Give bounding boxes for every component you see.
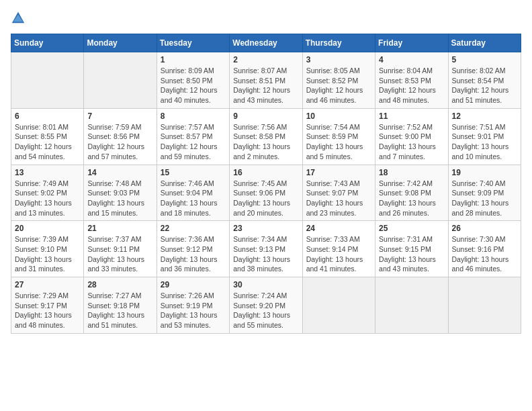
calendar-cell: 15Sunrise: 7:46 AMSunset: 9:04 PMDayligh… [157, 165, 229, 221]
day-number: 6 [15, 111, 80, 121]
day-info: Sunrise: 7:56 AMSunset: 8:58 PMDaylight:… [233, 122, 298, 162]
day-number: 15 [161, 168, 226, 177]
calendar-cell: 30Sunrise: 7:24 AMSunset: 9:20 PMDayligh… [230, 277, 302, 334]
calendar-week-row: 20Sunrise: 7:39 AMSunset: 9:10 PMDayligh… [11, 221, 521, 277]
day-info: Sunrise: 7:52 AMSunset: 9:00 PMDaylight:… [379, 122, 444, 162]
calendar-cell: 16Sunrise: 7:45 AMSunset: 9:06 PMDayligh… [230, 165, 302, 221]
svg-marker-1 [13, 15, 24, 22]
day-info: Sunrise: 7:33 AMSunset: 9:14 PMDaylight:… [306, 234, 371, 274]
calendar-cell: 25Sunrise: 7:31 AMSunset: 9:15 PMDayligh… [375, 221, 448, 277]
calendar-cell: 14Sunrise: 7:48 AMSunset: 9:03 PMDayligh… [84, 165, 157, 221]
day-number: 24 [306, 224, 371, 233]
weekday-header: Thursday [302, 34, 375, 52]
calendar-cell: 22Sunrise: 7:36 AMSunset: 9:12 PMDayligh… [157, 221, 229, 277]
calendar-cell [448, 277, 521, 334]
day-number: 18 [379, 168, 444, 177]
day-number: 23 [233, 224, 298, 233]
calendar-cell: 10Sunrise: 7:54 AMSunset: 8:59 PMDayligh… [302, 108, 375, 165]
calendar-cell: 1Sunrise: 8:09 AMSunset: 8:50 PMDaylight… [157, 52, 229, 109]
logo [11, 11, 28, 28]
day-number: 25 [379, 224, 444, 233]
day-info: Sunrise: 7:46 AMSunset: 9:04 PMDaylight:… [161, 179, 226, 218]
day-info: Sunrise: 8:02 AMSunset: 8:54 PMDaylight:… [452, 66, 517, 105]
day-number: 10 [306, 111, 371, 121]
day-number: 7 [87, 111, 152, 121]
day-info: Sunrise: 8:05 AMSunset: 8:52 PMDaylight:… [306, 66, 371, 105]
day-number: 3 [306, 55, 371, 64]
calendar-cell: 2Sunrise: 8:07 AMSunset: 8:51 PMDaylight… [230, 52, 302, 109]
calendar-cell: 6Sunrise: 8:01 AMSunset: 8:55 PMDaylight… [11, 108, 84, 165]
day-number: 14 [87, 168, 152, 177]
day-info: Sunrise: 7:24 AMSunset: 9:20 PMDaylight:… [233, 291, 298, 330]
calendar-cell: 9Sunrise: 7:56 AMSunset: 8:58 PMDaylight… [230, 108, 302, 165]
calendar-cell: 11Sunrise: 7:52 AMSunset: 9:00 PMDayligh… [375, 108, 448, 165]
day-info: Sunrise: 8:07 AMSunset: 8:51 PMDaylight:… [233, 66, 298, 105]
calendar-cell: 8Sunrise: 7:57 AMSunset: 8:57 PMDaylight… [157, 108, 229, 165]
day-number: 4 [379, 55, 444, 64]
calendar-cell: 26Sunrise: 7:30 AMSunset: 9:16 PMDayligh… [448, 221, 521, 277]
weekday-header: Sunday [11, 34, 84, 52]
day-number: 11 [379, 111, 444, 121]
day-info: Sunrise: 7:30 AMSunset: 9:16 PMDaylight:… [452, 234, 517, 274]
day-number: 16 [233, 168, 298, 177]
calendar-cell: 5Sunrise: 8:02 AMSunset: 8:54 PMDaylight… [448, 52, 521, 109]
weekday-header: Saturday [448, 34, 521, 52]
calendar-cell [11, 52, 84, 109]
day-info: Sunrise: 7:27 AMSunset: 9:18 PMDaylight:… [87, 291, 152, 330]
day-info: Sunrise: 7:40 AMSunset: 9:09 PMDaylight:… [452, 179, 517, 218]
day-info: Sunrise: 7:39 AMSunset: 9:10 PMDaylight:… [15, 234, 80, 274]
day-number: 8 [161, 111, 226, 121]
day-number: 27 [15, 280, 80, 289]
day-info: Sunrise: 7:42 AMSunset: 9:08 PMDaylight:… [379, 179, 444, 218]
calendar-week-row: 1Sunrise: 8:09 AMSunset: 8:50 PMDaylight… [11, 52, 521, 109]
day-number: 22 [161, 224, 226, 233]
day-info: Sunrise: 7:54 AMSunset: 8:59 PMDaylight:… [306, 122, 371, 162]
day-info: Sunrise: 7:59 AMSunset: 8:56 PMDaylight:… [87, 122, 152, 162]
calendar-cell: 21Sunrise: 7:37 AMSunset: 9:11 PMDayligh… [84, 221, 157, 277]
calendar-cell: 18Sunrise: 7:42 AMSunset: 9:08 PMDayligh… [375, 165, 448, 221]
day-info: Sunrise: 7:37 AMSunset: 9:11 PMDaylight:… [87, 234, 152, 274]
day-info: Sunrise: 7:51 AMSunset: 9:01 PMDaylight:… [452, 122, 517, 162]
calendar-cell: 28Sunrise: 7:27 AMSunset: 9:18 PMDayligh… [84, 277, 157, 334]
day-info: Sunrise: 7:36 AMSunset: 9:12 PMDaylight:… [161, 234, 226, 274]
day-info: Sunrise: 8:09 AMSunset: 8:50 PMDaylight:… [161, 66, 226, 105]
day-number: 13 [15, 168, 80, 177]
day-number: 5 [452, 55, 517, 64]
day-info: Sunrise: 7:26 AMSunset: 9:19 PMDaylight:… [161, 291, 226, 330]
day-info: Sunrise: 7:57 AMSunset: 8:57 PMDaylight:… [161, 122, 226, 162]
calendar-cell: 4Sunrise: 8:04 AMSunset: 8:53 PMDaylight… [375, 52, 448, 109]
day-info: Sunrise: 7:48 AMSunset: 9:03 PMDaylight:… [87, 179, 152, 218]
day-number: 9 [233, 111, 298, 121]
logo-icon [11, 11, 26, 28]
weekday-header: Friday [375, 34, 448, 52]
calendar-cell: 24Sunrise: 7:33 AMSunset: 9:14 PMDayligh… [302, 221, 375, 277]
day-number: 12 [452, 111, 517, 121]
day-number: 30 [233, 280, 298, 289]
calendar-table: SundayMondayTuesdayWednesdayThursdayFrid… [11, 34, 521, 334]
calendar-week-row: 13Sunrise: 7:49 AMSunset: 9:02 PMDayligh… [11, 165, 521, 221]
day-info: Sunrise: 7:34 AMSunset: 9:13 PMDaylight:… [233, 234, 298, 274]
day-number: 28 [87, 280, 152, 289]
day-number: 1 [161, 55, 226, 64]
day-info: Sunrise: 8:01 AMSunset: 8:55 PMDaylight:… [15, 122, 80, 162]
day-info: Sunrise: 7:45 AMSunset: 9:06 PMDaylight:… [233, 179, 298, 218]
page-header [11, 11, 521, 28]
calendar-cell [302, 277, 375, 334]
calendar-cell: 3Sunrise: 8:05 AMSunset: 8:52 PMDaylight… [302, 52, 375, 109]
calendar-cell: 29Sunrise: 7:26 AMSunset: 9:19 PMDayligh… [157, 277, 229, 334]
day-number: 2 [233, 55, 298, 64]
day-number: 19 [452, 168, 517, 177]
day-number: 26 [452, 224, 517, 233]
calendar-cell: 27Sunrise: 7:29 AMSunset: 9:17 PMDayligh… [11, 277, 84, 334]
weekday-header: Tuesday [157, 34, 229, 52]
calendar-cell: 13Sunrise: 7:49 AMSunset: 9:02 PMDayligh… [11, 165, 84, 221]
day-info: Sunrise: 8:04 AMSunset: 8:53 PMDaylight:… [379, 66, 444, 105]
day-number: 21 [87, 224, 152, 233]
calendar-cell: 12Sunrise: 7:51 AMSunset: 9:01 PMDayligh… [448, 108, 521, 165]
day-number: 20 [15, 224, 80, 233]
day-info: Sunrise: 7:29 AMSunset: 9:17 PMDaylight:… [15, 291, 80, 330]
calendar-cell: 23Sunrise: 7:34 AMSunset: 9:13 PMDayligh… [230, 221, 302, 277]
day-info: Sunrise: 7:31 AMSunset: 9:15 PMDaylight:… [379, 234, 444, 274]
calendar-header-row: SundayMondayTuesdayWednesdayThursdayFrid… [11, 34, 521, 52]
calendar-cell: 19Sunrise: 7:40 AMSunset: 9:09 PMDayligh… [448, 165, 521, 221]
